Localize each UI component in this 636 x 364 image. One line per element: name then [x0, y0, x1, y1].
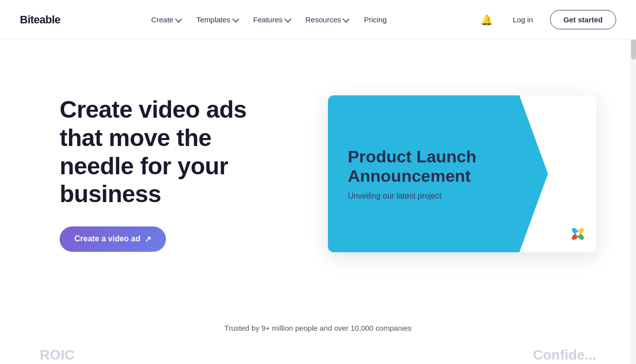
trust-text: Trusted by 9+ million people and over 10…: [225, 324, 412, 332]
get-started-button[interactable]: Get started: [550, 10, 616, 29]
video-card-inner: Product Launch Announcement Unveiling ou…: [328, 95, 596, 252]
video-card-content: Product Launch Announcement Unveiling ou…: [348, 147, 596, 201]
login-link[interactable]: Log in: [506, 11, 540, 28]
hero-right: Product Launch Announcement Unveiling ou…: [328, 95, 596, 252]
chevron-down-icon: [284, 15, 291, 22]
biteable-flower-icon: [568, 224, 587, 243]
nav-item-templates[interactable]: Templates: [189, 11, 244, 28]
main-nav: Biteable Create Templates Features Resou…: [0, 0, 636, 40]
nav-label-templates: Templates: [196, 15, 230, 24]
nav-links: Create Templates Features Resources: [144, 11, 394, 28]
bottom-logo-right: Confide...: [533, 347, 596, 363]
nav-label-features: Features: [253, 15, 283, 24]
nav-right: 🔔 Log in Get started: [477, 10, 616, 29]
video-card-title: Product Launch Announcement: [348, 147, 596, 186]
biteable-watermark: [568, 224, 587, 243]
bottom-logo-left: ROIC: [40, 347, 75, 363]
nav-item-pricing[interactable]: Pricing: [357, 11, 394, 28]
nav-label-create: Create: [151, 15, 173, 24]
nav-label-pricing: Pricing: [364, 15, 387, 24]
video-preview-card: Product Launch Announcement Unveiling ou…: [328, 95, 596, 252]
chevron-down-icon: [343, 15, 350, 22]
svg-point-4: [576, 232, 580, 236]
arrow-icon: ↗: [145, 234, 151, 244]
video-card-subtitle: Unveiling our latest project: [348, 192, 596, 201]
bottom-logos-row: ROIC Confide...: [0, 342, 636, 363]
nav-item-features[interactable]: Features: [246, 11, 297, 28]
nav-item-resources[interactable]: Resources: [299, 11, 355, 28]
hero-section: Create video ads that move the needle fo…: [0, 40, 636, 308]
hero-title: Create video ads that move the needle fo…: [60, 96, 278, 209]
nav-item-create[interactable]: Create: [144, 11, 187, 28]
hero-left: Create video ads that move the needle fo…: [60, 96, 278, 252]
trust-bar: Trusted by 9+ million people and over 10…: [0, 308, 636, 342]
cta-label: Create a video ad: [75, 234, 141, 243]
logo[interactable]: Biteable: [20, 13, 61, 26]
chevron-down-icon: [232, 15, 239, 22]
notification-bell-icon[interactable]: 🔔: [477, 11, 496, 29]
create-video-ad-button[interactable]: Create a video ad ↗: [60, 226, 166, 252]
chevron-down-icon: [175, 15, 182, 22]
nav-label-resources: Resources: [306, 15, 341, 24]
scrollbar-track[interactable]: [630, 0, 636, 363]
